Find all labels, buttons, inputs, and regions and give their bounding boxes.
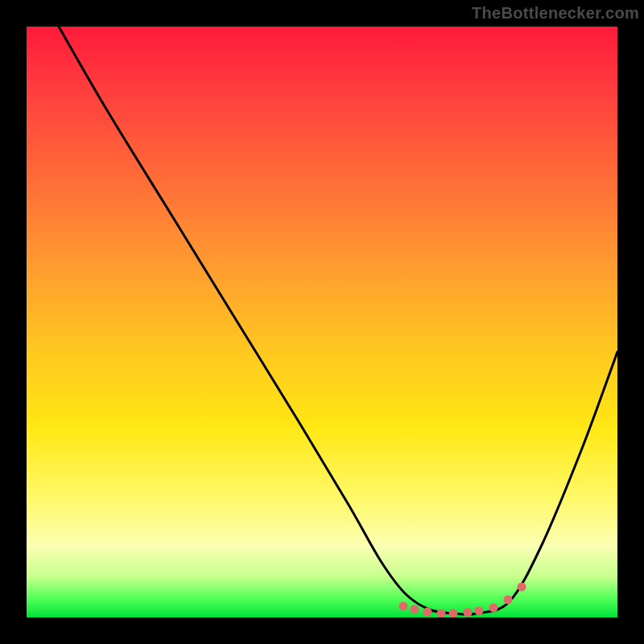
dot — [504, 596, 513, 605]
attribution-text: TheBottlenecker.com — [472, 4, 639, 23]
dot — [423, 608, 432, 617]
dot — [399, 602, 408, 611]
dot — [475, 607, 484, 616]
bottleneck-curve — [59, 27, 617, 614]
chart-frame: TheBottlenecker.com — [0, 0, 644, 644]
dot — [449, 609, 458, 618]
curve-layer — [27, 27, 617, 617]
dot — [489, 604, 498, 613]
dot — [518, 583, 526, 592]
dot — [437, 609, 446, 618]
dot — [464, 609, 473, 617]
bottom-dots — [399, 583, 526, 618]
plot-area — [27, 27, 617, 617]
dot — [411, 605, 419, 614]
